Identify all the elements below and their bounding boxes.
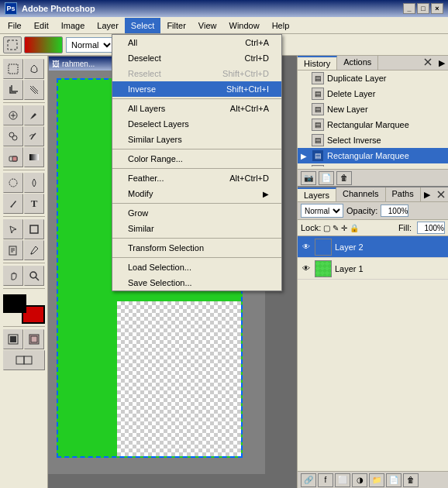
hand-tool[interactable] xyxy=(3,266,23,286)
history-panel-menu[interactable]: ▶ xyxy=(436,56,448,70)
history-item-active[interactable]: ▶ ▤ Rectangular Marquee xyxy=(298,148,448,163)
layers-blend-select[interactable]: Normal xyxy=(301,204,343,218)
layers-panel-menu[interactable]: ▶ xyxy=(421,187,433,201)
layer-visibility-1[interactable]: 👁 xyxy=(301,263,312,274)
history-item[interactable]: ▤ Select Inverse xyxy=(298,132,448,148)
menu-all-layers[interactable]: All Layers Alt+Ctrl+A xyxy=(112,101,281,116)
menu-all[interactable]: All Ctrl+A xyxy=(112,35,281,50)
menu-save-selection[interactable]: Save Selection... xyxy=(112,275,281,290)
menu-deselect-layers[interactable]: Deselect Layers xyxy=(112,116,281,132)
layer-mask-btn[interactable]: ⬜ xyxy=(335,473,350,487)
tab-paths[interactable]: Paths xyxy=(386,187,421,201)
history-brush-tool[interactable] xyxy=(24,126,44,146)
layer-effects-btn[interactable]: f xyxy=(318,473,333,487)
tool-row-11 xyxy=(3,329,44,349)
history-create-snapshot[interactable]: 📷 xyxy=(301,171,316,185)
quick-mask-icon xyxy=(29,334,40,345)
path-selection-tool[interactable] xyxy=(3,219,23,239)
notes-tool[interactable] xyxy=(3,240,23,260)
slice-tool[interactable] xyxy=(24,80,44,100)
menu-help[interactable]: Help xyxy=(266,18,296,33)
lock-all-btn[interactable]: 🔒 xyxy=(350,224,359,232)
screen-mode-btn[interactable] xyxy=(3,350,45,370)
history-panel-close[interactable] xyxy=(420,56,436,70)
menu-view[interactable]: View xyxy=(192,18,223,33)
tab-actions[interactable]: Actions xyxy=(337,56,378,70)
lock-transparent-btn[interactable]: ▢ xyxy=(323,224,330,232)
toolbar-swatch[interactable] xyxy=(24,36,63,53)
pen-tool[interactable] xyxy=(3,194,23,214)
marquee-tool[interactable] xyxy=(3,59,23,79)
tab-history[interactable]: History xyxy=(298,56,337,70)
menu-similar-layers[interactable]: Similar Layers xyxy=(112,132,281,147)
layers-panel-close[interactable] xyxy=(433,187,448,201)
gradient-icon xyxy=(29,152,40,163)
eyedropper-tool[interactable] xyxy=(24,240,44,260)
eraser-tool[interactable] xyxy=(3,147,23,167)
menu-reselect[interactable]: Reselect Shift+Ctrl+D xyxy=(112,66,281,81)
tab-channels[interactable]: Channels xyxy=(336,187,385,201)
history-item[interactable]: ▤ New Layer xyxy=(298,101,448,117)
menu-grow[interactable]: Grow xyxy=(112,205,281,221)
brush-icon xyxy=(29,110,40,121)
menu-feather[interactable]: Feather... Alt+Ctrl+D xyxy=(112,170,281,186)
fill-input[interactable] xyxy=(417,222,445,234)
close-button[interactable]: × xyxy=(431,3,443,14)
layer-visibility-2[interactable]: 👁 xyxy=(301,242,312,253)
layer-item-2[interactable]: 👁 Layer 2 xyxy=(298,236,448,258)
menu-window[interactable]: Window xyxy=(223,18,266,33)
menu-transform-selection[interactable]: Transform Selection xyxy=(112,240,281,256)
gradient-tool[interactable] xyxy=(24,147,44,167)
layers-opacity-input[interactable] xyxy=(381,204,408,217)
type-tool[interactable]: T xyxy=(24,194,44,214)
menu-file[interactable]: File xyxy=(2,18,28,33)
blur-tool[interactable] xyxy=(3,173,23,193)
blend-mode-select[interactable]: Normal xyxy=(66,37,114,53)
lock-paint-btn[interactable]: ✎ xyxy=(333,224,339,232)
toolbar-square-btn[interactable] xyxy=(3,36,22,53)
menu-color-range[interactable]: Color Range... xyxy=(112,151,281,167)
menu-filter[interactable]: Filter xyxy=(160,18,191,33)
clone-tool[interactable] xyxy=(3,126,23,146)
canvas-icon: 🖼 xyxy=(52,60,60,68)
lasso-tool[interactable] xyxy=(24,59,44,79)
shape-tool[interactable] xyxy=(24,219,44,239)
history-item[interactable]: ▤ Rectangular Marquee xyxy=(298,117,448,132)
layer-adj-btn[interactable]: ◑ xyxy=(352,473,367,487)
dodge-tool[interactable] xyxy=(24,173,44,193)
svg-rect-23 xyxy=(16,356,24,364)
layer-new-btn[interactable]: 📄 xyxy=(386,473,401,487)
menu-image[interactable]: Image xyxy=(55,18,91,33)
history-item-disabled[interactable]: ▤ Gradient xyxy=(298,163,448,167)
foreground-color[interactable] xyxy=(3,294,26,313)
layer-link-btn[interactable]: 🔗 xyxy=(301,473,316,487)
menu-select[interactable]: Select xyxy=(125,18,161,33)
menu-inverse[interactable]: Inverse Shift+Ctrl+I xyxy=(112,81,281,97)
quick-mask-on[interactable] xyxy=(24,329,44,349)
quick-mask-off[interactable] xyxy=(3,329,23,349)
menu-similar[interactable]: Similar xyxy=(112,221,281,236)
layer-delete-btn[interactable]: 🗑 xyxy=(403,473,419,487)
crop-tool[interactable] xyxy=(3,80,23,100)
menu-load-selection[interactable]: Load Selection... xyxy=(112,259,281,275)
color-selector[interactable] xyxy=(3,294,45,324)
history-item[interactable]: ▤ Delete Layer xyxy=(298,86,448,101)
history-delete[interactable]: 🗑 xyxy=(336,171,352,185)
layer-item-1[interactable]: 👁 Layer 1 xyxy=(298,258,448,280)
healing-tool[interactable] xyxy=(3,105,23,125)
minimize-button[interactable]: _ xyxy=(403,3,415,14)
maximize-button[interactable]: □ xyxy=(417,3,429,14)
history-new-doc[interactable]: 📄 xyxy=(319,171,334,185)
menu-layer[interactable]: Layer xyxy=(91,18,125,33)
menu-modify[interactable]: Modify ▶ xyxy=(112,186,281,201)
lock-move-btn[interactable]: ✛ xyxy=(341,224,347,232)
history-item[interactable]: ▤ Duplicate Layer xyxy=(298,70,448,86)
layer-group-btn[interactable]: 📁 xyxy=(369,473,384,487)
menu-edit[interactable]: Edit xyxy=(28,18,55,33)
tab-layers[interactable]: Layers xyxy=(298,187,336,201)
zoom-tool[interactable] xyxy=(24,266,44,286)
tool-sep-6 xyxy=(3,326,45,327)
menu-deselect[interactable]: Deselect Ctrl+D xyxy=(112,50,281,66)
brush-tool[interactable] xyxy=(24,105,44,125)
svg-point-6 xyxy=(12,136,17,140)
